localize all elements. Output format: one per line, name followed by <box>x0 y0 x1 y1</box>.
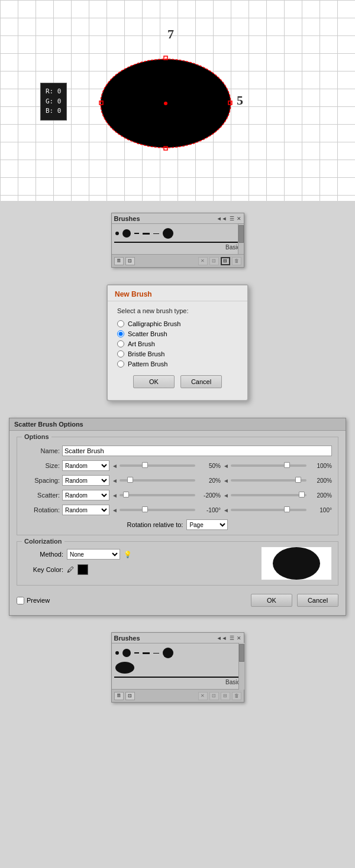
close-icon-1[interactable]: ✕ <box>237 216 241 222</box>
spacing-method-select[interactable]: Random <box>62 475 109 486</box>
size-method-select[interactable]: Random <box>62 460 109 471</box>
color-left: Method: None 💡 Key Color: 🖊 <box>23 549 255 580</box>
spacing-val-2: 200% <box>308 477 332 484</box>
spacing-thumb-2[interactable] <box>295 477 301 483</box>
rotation-method-select[interactable]: Random <box>62 505 109 515</box>
spacing-slider-2[interactable] <box>231 479 306 482</box>
preview-checkbox[interactable]: Preview <box>17 597 50 604</box>
remove-brush-icon-2[interactable]: ✕ <box>198 692 208 700</box>
radio-calligraphic[interactable]: Calligraphic Brush <box>117 320 238 327</box>
rotation-arrow-right: ◄ <box>223 507 229 513</box>
brush-libraries-icon-2[interactable]: 𝄜 <box>114 692 124 700</box>
scatter-ok-button[interactable]: OK <box>251 594 292 607</box>
scatter-thumb-1[interactable] <box>123 492 129 498</box>
radio-art[interactable]: Art Brush <box>117 340 238 347</box>
canvas-ellipse[interactable] <box>95 53 237 154</box>
menu-icon-1[interactable]: ☰ <box>230 216 234 222</box>
radio-pattern[interactable]: Pattern Brush <box>117 360 238 368</box>
new-brush-ok-button[interactable]: OK <box>133 375 175 388</box>
panel-scrollbar-2[interactable] <box>238 643 244 690</box>
eyedropper-icon[interactable]: 🖊 <box>67 565 74 574</box>
key-color-label: Key Color: <box>23 566 63 573</box>
rotation-slider-2[interactable] <box>231 509 306 511</box>
brush-dash-thin-2[interactable] <box>153 653 159 654</box>
delete-icon-2[interactable]: 🗑 <box>232 692 241 700</box>
brush-dot-medium-2[interactable] <box>122 649 131 657</box>
brush-dash-thin[interactable] <box>153 233 159 234</box>
brush-ellipse-new[interactable] <box>115 662 134 674</box>
rotation-relative-select[interactable]: Page <box>186 519 228 530</box>
new-brush-icon-2[interactable]: ⊡ <box>125 692 135 700</box>
scatter-method-select[interactable]: Random <box>62 490 109 500</box>
size-thumb-2[interactable] <box>284 462 290 468</box>
method-select[interactable]: None <box>67 549 120 560</box>
radio-art-input[interactable] <box>117 340 124 347</box>
radio-pattern-input[interactable] <box>117 360 124 368</box>
spacing-arrow-left: ◄ <box>112 477 118 484</box>
rotation-label: Rotation: <box>23 506 60 513</box>
spacing-thumb-1[interactable] <box>127 477 133 483</box>
delete-icon-1[interactable]: 🗑 <box>232 257 241 265</box>
scrollbar-thumb-1[interactable] <box>238 225 244 243</box>
brush-dot-small[interactable] <box>115 232 119 235</box>
close-icon-2[interactable]: ✕ <box>237 635 241 641</box>
duplicate-icon-1[interactable]: ⊡ <box>209 257 219 265</box>
panel-scrollbar-1[interactable] <box>238 224 244 254</box>
brush-line-full-2[interactable] <box>114 677 241 678</box>
brush-dash-medium[interactable] <box>143 233 150 235</box>
collapse-icon-2[interactable]: ◄◄ <box>217 635 227 641</box>
preview-check[interactable] <box>17 597 24 604</box>
brush-dash-small-2[interactable] <box>134 652 139 654</box>
brush-dot-large-2[interactable] <box>163 648 173 658</box>
rotation-row: Rotation: Random ◄ -100° ◄ <box>23 505 332 515</box>
size-slider-2[interactable] <box>231 464 306 467</box>
radio-bristle-input[interactable] <box>117 350 124 357</box>
spacing-slider-group-1: ◄ 20% <box>112 477 221 484</box>
spacing-slider-1[interactable] <box>120 479 195 482</box>
scatter-slider-2[interactable] <box>231 494 306 496</box>
brush-dash-small[interactable] <box>134 233 139 234</box>
size-slider-1[interactable] <box>120 464 195 467</box>
rotation-thumb-1[interactable] <box>142 506 148 512</box>
brush-row-2a <box>114 646 241 660</box>
spacing-val-1: 20% <box>197 477 221 484</box>
duplicate-icon-2[interactable]: ⊡ <box>209 692 219 700</box>
brush-dot-large[interactable] <box>163 228 173 239</box>
radio-scatter-input[interactable] <box>117 330 124 337</box>
rotation-slider-group-2: ◄ 100° <box>223 507 332 513</box>
remove-brush-icon-1[interactable]: ✕ <box>198 257 208 265</box>
radio-bristle[interactable]: Bristle Brush <box>117 350 238 357</box>
new-brush-dialog: New Brush Select a new brush type: Calli… <box>106 284 248 401</box>
new-brush-icon[interactable]: ⊡ <box>125 257 135 265</box>
brush-line-full-1[interactable] <box>114 242 241 243</box>
brush-dash-medium-2[interactable] <box>143 652 150 654</box>
new-brush-cancel-button[interactable]: Cancel <box>180 375 222 388</box>
name-field[interactable] <box>62 446 332 456</box>
brushes-content-2: Basic <box>112 643 244 689</box>
radio-calligraphic-input[interactable] <box>117 320 124 327</box>
scatter-thumb-2[interactable] <box>299 492 305 498</box>
scatter-slider-1[interactable] <box>120 494 195 496</box>
size-thumb-1[interactable] <box>142 462 148 468</box>
brush-dot-small-2[interactable] <box>115 651 119 655</box>
rotation-slider-1[interactable] <box>120 509 195 511</box>
rotation-thumb-2[interactable] <box>284 506 290 512</box>
dialog-body: Select a new brush type: Calligraphic Br… <box>108 301 247 400</box>
dialog-title: New Brush <box>108 285 247 301</box>
collapse-icon-1[interactable]: ◄◄ <box>217 216 227 222</box>
scatter-cancel-button[interactable]: Cancel <box>297 594 338 607</box>
rotation-relative-row: Rotation relative to: Page <box>23 519 332 530</box>
key-color-swatch[interactable] <box>78 564 88 575</box>
brush-dot-medium[interactable] <box>122 229 131 238</box>
menu-icon-2[interactable]: ☰ <box>230 635 234 641</box>
scatter-arrow-right: ◄ <box>223 492 229 499</box>
rotation-slider-group-1: ◄ -100° <box>112 507 221 513</box>
scrollbar-thumb-2[interactable] <box>239 644 244 662</box>
color-preview <box>261 547 332 580</box>
radio-scatter[interactable]: Scatter Brush <box>117 330 238 337</box>
brush-libraries-icon[interactable]: 𝄜 <box>114 257 124 265</box>
scatter-body: Options Name: Size: Random ◄ <box>9 431 346 615</box>
selected-icon-1[interactable]: ⊟ <box>221 257 230 265</box>
selected-icon-2[interactable]: ⊟ <box>221 692 230 700</box>
action-buttons: OK Cancel <box>251 594 338 607</box>
